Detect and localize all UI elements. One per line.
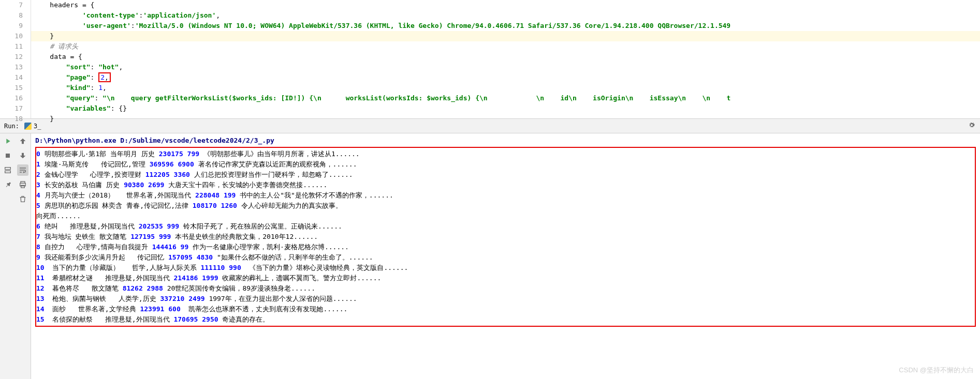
line-number: 11 — [0, 41, 23, 52]
watermark: CSDN @坚持不懈的大白 — [899, 366, 974, 375]
result-highlight-box: 0 明朝那些事儿·第1部 当年明月 历史 230175 799 《明朝那些事儿》… — [35, 147, 976, 327]
code-line-11[interactable]: # 请求头 — [31, 41, 980, 52]
layout-button[interactable] — [2, 164, 13, 176]
line-number: 16 — [0, 93, 23, 103]
line-number: 8 — [0, 10, 23, 21]
output-row: 14 面纱 世界名著,文学经典 123991 600 凯蒂怎么也琢磨不透，丈夫到… — [36, 304, 975, 314]
console-output[interactable]: D:\Python\python.exe D:/Sublime/vscode/l… — [31, 133, 980, 379]
line-number: 14 — [0, 72, 23, 83]
code-line-17[interactable]: "variables": {} — [31, 103, 980, 114]
output-row: 5 房思琪的初恋乐园 林奕含 青春,传记回忆,法律 108170 1260 令人… — [36, 201, 975, 211]
code-line-8[interactable]: 'content-type':'application/json', — [31, 10, 980, 21]
code-editor[interactable]: 7 8 9 10 11 12 13 14 15 16 17 18 headers… — [0, 0, 980, 119]
output-row: 7 我与地坛 史铁生 散文随笔 127195 999 本书是史铁生的经典散文集，… — [36, 232, 975, 242]
output-row: 11 希腊棺材之谜 推理悬疑,外国现当代 214186 1999 收藏家的葬礼上… — [36, 273, 975, 283]
run-label: Run: — [4, 123, 19, 130]
up-button[interactable] — [17, 135, 28, 147]
output-row: 0 明朝那些事儿·第1部 当年明月 历史 230175 799 《明朝那些事儿》… — [36, 149, 975, 159]
output-row: 10 当下的力量（珍藏版） 哲学,人脉与人际关系 111110 990 《当下的… — [36, 263, 975, 273]
line-number: 13 — [0, 62, 23, 72]
output-row: 9 我还能看到多少次满月升起 传记回忆 157095 4830 "如果什么都不做… — [36, 252, 975, 263]
console-panel: D:\Python\python.exe D:/Sublime/vscode/l… — [0, 133, 980, 379]
code-line-15[interactable]: "kind": 1, — [31, 83, 980, 93]
output-row: 3 长安的荔枝 马伯庸 历史 90380 2699 大唐天宝十四年，长安城的小吏… — [36, 180, 975, 190]
stop-button[interactable] — [2, 150, 13, 161]
console-toolbar — [0, 133, 31, 379]
down-button[interactable] — [17, 150, 28, 161]
wrap-button[interactable] — [17, 164, 28, 176]
code-line-16[interactable]: "query": "\n query getFilterWorksList($w… — [31, 93, 980, 103]
output-row: 向死而...... — [36, 211, 975, 221]
output-row: 15 名侦探的献祭 推理悬疑,外国现当代 170695 2950 奇迹真的存在。 — [36, 314, 975, 325]
trash-button[interactable] — [17, 193, 28, 205]
svg-rect-0 — [5, 168, 10, 170]
print-button[interactable] — [17, 179, 28, 190]
output-row: 8 自控力 心理学,情商与自我提升 144416 99 作为一名健康心理学家，凯… — [36, 242, 975, 252]
line-number: 7 — [0, 0, 23, 10]
line-number: 12 — [0, 52, 23, 62]
rerun-button[interactable] — [2, 135, 13, 147]
code-content[interactable]: headers = { 'content-type':'application/… — [31, 0, 980, 118]
code-line-9[interactable]: 'user-agent':'Mozilla/5.0 (Windows NT 10… — [31, 21, 980, 31]
line-number: 9 — [0, 21, 23, 31]
code-line-12[interactable]: data = { — [31, 52, 980, 62]
svg-rect-1 — [5, 171, 10, 173]
code-line-18[interactable]: } — [31, 114, 980, 124]
line-number: 17 — [0, 103, 23, 114]
code-line-7[interactable]: headers = { — [31, 0, 980, 10]
line-number: 10 — [0, 31, 23, 41]
code-line-10[interactable]: } — [31, 31, 980, 41]
output-row: 2 金钱心理学 心理学,投资理财 112205 3360 人们总把投资理财当作一… — [36, 170, 975, 180]
line-gutter: 7 8 9 10 11 12 13 14 15 16 17 18 — [0, 0, 31, 118]
output-row: 12 暮色将尽 散文随笔 81262 2988 20世纪英国传奇女编辑，89岁漫… — [36, 283, 975, 294]
line-number: 15 — [0, 83, 23, 93]
pin-button[interactable] — [2, 179, 13, 190]
output-row: 6 绝叫 推理悬疑,外国现当代 202535 999 铃木阳子死了，死在独居的公… — [36, 221, 975, 232]
code-line-13[interactable]: "sort": "hot", — [31, 62, 980, 72]
output-row: 4 月亮与六便士（2018） 世界名著,外国现当代 228048 199 书中的… — [36, 190, 975, 201]
command-line: D:\Python\python.exe D:/Sublime/vscode/l… — [35, 135, 976, 146]
code-line-14[interactable]: "page": 2, — [31, 72, 980, 83]
python-icon — [24, 123, 32, 130]
output-row: 1 埃隆·马斯克传 传记回忆,管理 369596 6900 著名传记作家艾萨克森… — [36, 159, 975, 170]
output-row: 13 枪炮、病菌与钢铁 人类学,历史 337210 2499 1997年，在亚力… — [36, 294, 975, 304]
